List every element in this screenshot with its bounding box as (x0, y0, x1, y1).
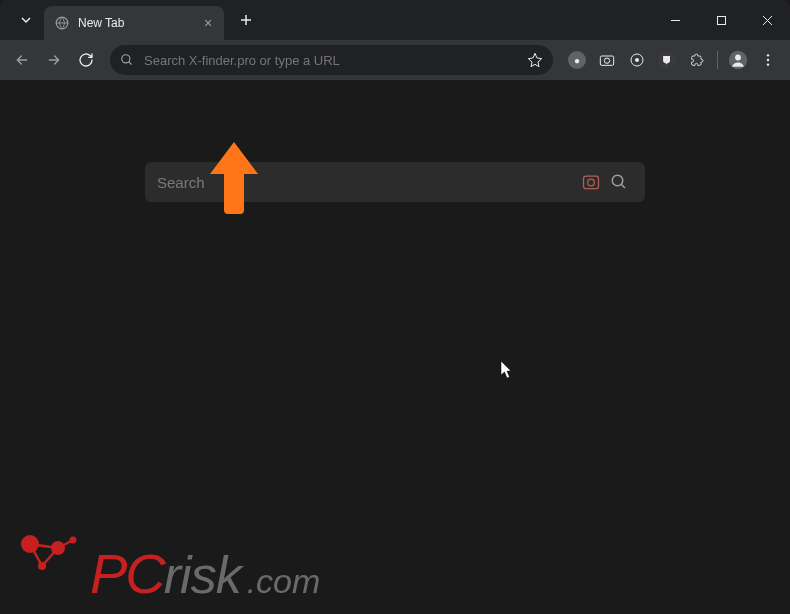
back-button[interactable] (8, 46, 36, 74)
svg-point-9 (767, 54, 769, 56)
search-icon (120, 53, 134, 67)
extensions-menu[interactable] (683, 46, 711, 74)
search-box[interactable] (145, 162, 645, 202)
menu-button[interactable] (754, 46, 782, 74)
close-window-button[interactable] (744, 0, 790, 40)
mouse-cursor-icon (500, 360, 514, 384)
page-content: PC risk .com (0, 80, 790, 614)
search-input[interactable] (157, 174, 577, 191)
svg-point-8 (735, 55, 741, 61)
circle-icon: ● (568, 51, 586, 69)
chevron-down-icon (20, 14, 32, 26)
forward-button[interactable] (40, 46, 68, 74)
globe-icon (54, 15, 70, 31)
toolbar: ● ⛊ (0, 40, 790, 80)
maximize-icon (716, 15, 727, 26)
circle-dot-icon (629, 52, 645, 68)
close-icon (762, 15, 773, 26)
svg-point-2 (122, 55, 130, 63)
search-container (145, 162, 645, 202)
svg-rect-12 (584, 176, 599, 189)
svg-point-11 (767, 63, 769, 65)
watermark-logo-icon (18, 532, 88, 576)
titlebar: New Tab × (0, 0, 790, 40)
watermark-risk: risk (164, 545, 241, 605)
browser-window: New Tab × (0, 0, 790, 614)
tab-active[interactable]: New Tab × (44, 6, 224, 40)
window-controls (652, 0, 790, 40)
svg-rect-1 (717, 16, 725, 24)
tab-strip: New Tab × (0, 0, 652, 40)
minimize-icon (670, 15, 681, 26)
extension-4[interactable]: ⛊ (653, 46, 681, 74)
profile-button[interactable] (724, 46, 752, 74)
svg-rect-3 (600, 56, 613, 65)
new-tab-button[interactable] (232, 6, 260, 34)
extension-2[interactable] (593, 46, 621, 74)
extension-icons: ● ⛊ (563, 46, 782, 74)
search-icon (610, 173, 628, 191)
minimize-button[interactable] (652, 0, 698, 40)
svg-point-18 (70, 537, 77, 544)
svg-point-13 (588, 179, 595, 186)
camera-lens-icon (581, 172, 601, 192)
divider (717, 51, 718, 69)
bookmark-button[interactable] (527, 52, 543, 68)
svg-point-10 (767, 59, 769, 61)
arrow-left-icon (14, 52, 30, 68)
svg-point-17 (38, 562, 46, 570)
maximize-button[interactable] (698, 0, 744, 40)
reload-button[interactable] (72, 46, 100, 74)
arrow-right-icon (46, 52, 62, 68)
search-by-image-button[interactable] (577, 168, 605, 196)
plus-icon (240, 14, 252, 26)
tab-title: New Tab (78, 16, 200, 30)
omnibox-input[interactable] (144, 53, 527, 68)
extension-3[interactable] (623, 46, 651, 74)
search-submit[interactable] (605, 168, 633, 196)
camera-icon (599, 52, 615, 68)
svg-point-15 (21, 535, 39, 553)
extension-1[interactable]: ● (563, 46, 591, 74)
svg-point-6 (635, 58, 639, 62)
avatar-icon (728, 50, 748, 70)
svg-point-14 (612, 175, 623, 186)
search-tabs-button[interactable] (12, 6, 40, 34)
omnibox[interactable] (110, 45, 553, 75)
close-icon[interactable]: × (200, 15, 216, 31)
star-icon (527, 52, 543, 68)
watermark-text: PC risk .com (90, 541, 320, 606)
dots-vertical-icon (760, 52, 776, 68)
watermark-pc: PC (90, 541, 164, 606)
svg-point-4 (604, 58, 609, 63)
reload-icon (78, 52, 94, 68)
watermark-com: .com (247, 562, 321, 601)
puzzle-icon (689, 52, 705, 68)
svg-point-16 (51, 541, 65, 555)
watermark: PC risk .com (0, 524, 790, 614)
shield-icon: ⛊ (658, 51, 676, 69)
